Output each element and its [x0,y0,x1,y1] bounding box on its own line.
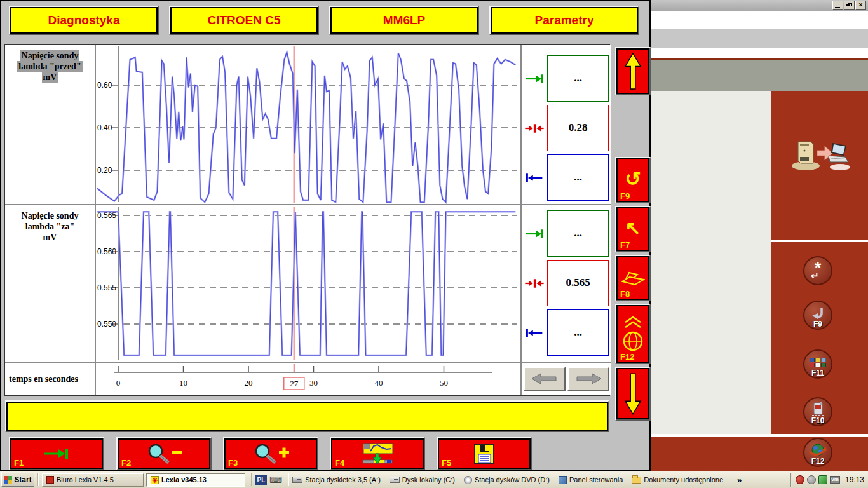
magnifier-plus-icon [250,443,292,464]
start-label: Start [14,475,31,484]
f12-key-label: F12 [620,353,634,361]
chart1-label: Napięcie sondy lambda "przed" mV [5,45,96,205]
desktop-item-floppy[interactable]: Stacja dyskietek 3,5 (A:) [292,476,381,484]
arrow-down-icon [624,372,642,416]
svg-text:27: 27 [290,379,299,388]
end-marker-icon [525,73,544,85]
svg-text:10: 10 [179,378,187,388]
header-diagnostyka-label: Diagnostyka [48,13,120,27]
chart-preview-icon [360,442,395,465]
svg-text:40: 40 [375,378,383,388]
zoom-in-f3-button[interactable]: F3 [223,437,318,470]
chart1-plot[interactable]: 0.600.400.20 [96,45,520,205]
close-button[interactable]: × [855,1,866,10]
zoom-out-f2-button[interactable]: F2 [116,437,212,470]
task-lexia-active[interactable]: ✳ Lexia v345.13 [146,473,245,487]
undo-arrow-icon: ↺ [625,170,641,189]
taskbar: Start Biuro Lexia V1.4.5 ✳ Lexia v345.13… [0,471,868,488]
graph-view-f4-button[interactable]: F4 [330,437,425,470]
arrow-up-icon [624,51,642,91]
flags-icon [810,358,826,367]
start-button[interactable]: Start [1,473,34,487]
hard-disk-icon [390,477,400,483]
header-parametry-button[interactable]: Parametry [489,6,639,35]
windows-logo-icon [4,476,12,484]
f12-circle-label: F12 [804,457,831,466]
launcher-band-olive [651,60,868,91]
svg-text:0.560: 0.560 [97,247,116,256]
launcher-titlebar[interactable]: × [651,0,868,11]
f7-key-label: F7 [620,241,630,249]
vmware-tray-icon[interactable]: vm [830,476,840,484]
chart2-plot[interactable]: 0.5650.5600.5550.550 [96,205,520,363]
header-diagnostyka-button[interactable]: Diagnostyka [9,6,159,35]
f9-key-label: F9 [620,192,630,200]
start-marker-icon [525,172,544,184]
security-alert-icon[interactable] [796,475,804,484]
save-f5-button[interactable]: F5 [437,437,532,470]
minimize-button[interactable] [832,1,843,10]
cursor-marker-icon [525,278,544,289]
page-down-button[interactable] [615,367,651,421]
task-biuro-lexia[interactable]: Biuro Lexia V1.4.5 [42,473,144,487]
chart2-label: Napięcie sondy lambda "za" mV [5,205,96,363]
chart2-start-value: ... [547,309,609,356]
page-up-button[interactable] [615,47,651,95]
chart2-end-value: ... [547,210,609,257]
f8-key-label: F8 [620,290,630,298]
f4-key-label: F4 [335,459,344,467]
update-icon[interactable] [818,475,827,484]
web-f12-circle-button[interactable]: F12 [803,438,832,467]
svg-text:50: 50 [440,378,448,388]
floppy-drive-icon [292,477,302,483]
header-ecu-button[interactable]: MM6LP [329,6,479,35]
desktop-item-control-panel[interactable]: Panel sterowania [559,476,623,484]
f2-key-label: F2 [121,459,131,467]
chart1-start-value: ... [547,154,609,201]
message-bar [5,400,609,432]
desktop-item-dvd[interactable]: Stacja dysków DVD (D:) [464,476,550,484]
chart1-value-panel: ... 0.28 ... [520,45,611,205]
svg-text:0.20: 0.20 [97,166,112,175]
svg-text:0.60: 0.60 [97,81,112,90]
volume-icon[interactable] [807,475,816,484]
global-f12-button[interactable]: F12 [615,304,651,364]
lexia-window: Diagnostyka CITROEN C5 MM6LP Parametry N… [0,0,651,471]
clock: 19:13 [845,475,864,484]
language-indicator[interactable]: PL [255,475,267,485]
f5-key-label: F5 [442,459,451,467]
toolbar-overflow-chevron[interactable]: » [737,475,742,485]
back-f9-circle-button[interactable]: F9 [803,301,832,330]
launcher-band-white2 [651,48,868,58]
next-f1-button[interactable]: F1 [9,437,104,470]
lexia-icon: ✳ [151,476,159,484]
restore-button[interactable] [844,1,855,10]
svg-text:0.550: 0.550 [97,320,116,329]
launcher-content: * ↵ F9 F11 [651,91,868,434]
keyboard-icon[interactable]: ⌨ [269,475,282,484]
time-axis[interactable]: 0102030405027 [96,363,520,395]
time-axis-label: temps en secondes [5,363,96,395]
log-f8-button[interactable]: F8 [615,255,651,301]
chart1-cursor-value: 0.28 [547,105,609,151]
scroll-left-button[interactable] [524,367,566,391]
step-forward-icon [43,447,71,461]
desktop-item-disk-c[interactable]: Dysk lokalny (C:) [390,476,455,484]
red-pane-divider [771,240,868,242]
header-vehicle-button[interactable]: CITROEN C5 [169,6,319,35]
launcher-band-gray [651,29,868,48]
language-f11-circle-button[interactable]: F11 [803,349,832,379]
desktop-item-shared-docs[interactable]: Dokumenty udostępnione [632,476,723,484]
confirm-button[interactable]: * ↵ [803,256,832,285]
scroll-right-button[interactable] [567,367,609,391]
svg-text:0.555: 0.555 [97,283,116,292]
launcher-bottom-band: F12 [651,437,868,471]
device-f10-circle-button[interactable]: F10 [803,397,832,426]
close-icon: × [859,1,863,8]
control-panel-icon [559,476,567,484]
back-f7-button[interactable]: ↖ F7 [615,206,651,252]
globe-chevrons-icon [620,315,646,354]
folder-icon [632,477,641,484]
chart2-value-panel: ... 0.565 ... [520,205,611,363]
refresh-f9-button[interactable]: ↺ F9 [615,157,651,203]
